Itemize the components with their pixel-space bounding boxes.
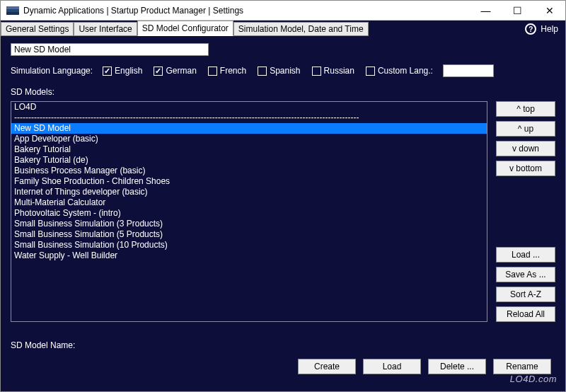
lang-checkbox-russian[interactable]: Russian — [312, 66, 354, 76]
list-item[interactable]: Bakery Tutorial (de) — [11, 155, 487, 166]
checkbox-icon[interactable] — [312, 67, 321, 76]
create-button[interactable]: Create — [298, 359, 356, 374]
side-buttons: ^ top ^ up v down v bottom Load ... Save… — [496, 101, 555, 322]
app-icon — [6, 6, 19, 15]
tab-general-settings[interactable]: General Settings — [1, 22, 74, 36]
list-area: LO4D------------------------------------… — [11, 101, 555, 322]
lang-checkbox-french[interactable]: French — [208, 66, 246, 76]
up-button[interactable]: ^ up — [496, 121, 555, 137]
checkbox-label: German — [166, 66, 196, 76]
top-button[interactable]: ^ top — [496, 101, 555, 117]
window-title: Dynamic Applications | Startup Product M… — [23, 6, 470, 16]
titlebar[interactable]: Dynamic Applications | Startup Product M… — [1, 1, 565, 21]
window-controls: — ☐ ✕ — [470, 1, 565, 21]
list-item[interactable]: Family Shoe Production - Children Shoes — [11, 176, 487, 187]
checkbox-icon[interactable] — [103, 67, 112, 76]
lang-checkbox-german[interactable]: German — [154, 66, 196, 76]
checkbox-label: Russian — [324, 66, 354, 76]
close-button[interactable]: ✕ — [533, 1, 565, 21]
sd-model-name-label: SD Model Name: — [11, 340, 75, 350]
lang-checkbox-spanish[interactable]: Spanish — [258, 66, 300, 76]
simulation-language-label: Simulation Language: — [11, 66, 93, 76]
checkbox-icon[interactable] — [208, 67, 217, 76]
checkbox-label: Custom Lang.: — [378, 66, 433, 76]
lang-checkbox-custom-lang-[interactable]: Custom Lang.: — [366, 66, 433, 76]
language-row: Simulation Language: EnglishGermanFrench… — [11, 64, 555, 77]
list-item[interactable]: Business Process Manager (basic) — [11, 166, 487, 176]
app-window: Dynamic Applications | Startup Product M… — [0, 0, 566, 392]
tab-user-interface[interactable]: User Interface — [74, 22, 137, 36]
reload-button[interactable]: Reload All — [496, 306, 555, 322]
list-item[interactable]: Photovoltaic System - (intro) — [11, 208, 487, 219]
checkbox-label: English — [115, 66, 142, 76]
load-button[interactable]: Load — [363, 359, 421, 374]
list-item[interactable]: Bakery Tutorial — [11, 144, 487, 155]
checkbox-icon[interactable] — [154, 67, 163, 76]
tab-panel: Simulation Language: EnglishGermanFrench… — [1, 38, 565, 391]
tabstrip: General SettingsUser InterfaceSD Model C… — [1, 21, 565, 38]
model-name-row — [11, 43, 555, 56]
list-item[interactable]: App Developer (basic) — [11, 134, 487, 144]
list-item[interactable]: ----------------------------------------… — [11, 113, 487, 123]
checkbox-icon[interactable] — [366, 67, 375, 76]
tab-sd-model-configurator[interactable]: SD Model Configurator — [137, 21, 233, 36]
checkbox-label: French — [220, 66, 246, 76]
sd-models-listbox[interactable]: LO4D------------------------------------… — [11, 101, 487, 322]
tab-simulation-model-date-and-time[interactable]: Simulation Model, Date and Time — [233, 22, 369, 36]
custom-lang-input[interactable] — [443, 64, 494, 77]
sd-models-label: SD Models: — [11, 87, 555, 97]
minimize-button[interactable]: — — [470, 1, 502, 21]
delete-button[interactable]: Delete ... — [428, 359, 486, 374]
list-item[interactable]: Small Business Simulation (10 Products) — [11, 240, 487, 250]
sort-button[interactable]: Sort A-Z — [496, 287, 555, 302]
help-area: Help — [525, 23, 565, 35]
bottom-button[interactable]: v bottom — [496, 161, 555, 176]
checkbox-icon[interactable] — [258, 67, 267, 76]
help-icon[interactable] — [525, 23, 536, 35]
down-button[interactable]: v down — [496, 141, 555, 156]
bottom-buttons: Create Load Delete ... Rename — [11, 359, 555, 379]
load-side-button[interactable]: Load ... — [496, 247, 555, 263]
model-name-input[interactable] — [11, 43, 209, 56]
lang-checkbox-english[interactable]: English — [103, 66, 142, 76]
client-area: General SettingsUser InterfaceSD Model C… — [1, 21, 565, 391]
list-item[interactable]: LO4D — [11, 102, 487, 113]
save-as-button[interactable]: Save As ... — [496, 267, 555, 282]
list-item[interactable]: Small Business Simulation (5 Products) — [11, 229, 487, 240]
list-item[interactable]: New SD Model — [11, 123, 487, 134]
maximize-button[interactable]: ☐ — [502, 1, 533, 21]
help-label[interactable]: Help — [541, 24, 558, 34]
checkbox-label: Spanish — [270, 66, 300, 76]
list-item[interactable]: Multi-Material Calculator — [11, 197, 487, 208]
rename-button[interactable]: Rename — [493, 359, 551, 374]
list-item[interactable]: Small Business Simulation (3 Products) — [11, 219, 487, 229]
list-item[interactable]: Internet of Things developer (basic) — [11, 187, 487, 197]
list-item[interactable]: Water Supply - Well Builder — [11, 250, 487, 261]
sd-model-name-row: SD Model Name: — [11, 340, 555, 350]
